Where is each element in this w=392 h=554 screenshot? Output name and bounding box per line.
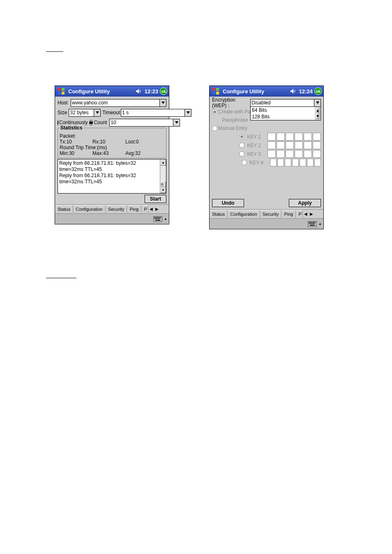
key-box[interactable] [313, 141, 321, 149]
timeout-dropdown-arrow[interactable] [185, 109, 191, 117]
security-panel: Encryption (WEP) : 64 Bits 128 Bits ▴ ▾ … [210, 97, 323, 209]
key-box[interactable] [277, 159, 284, 166]
passphrase-label: Passphrase : [222, 117, 252, 123]
create-passphrase-radio [212, 109, 217, 115]
key4-radio [242, 160, 247, 165]
scroll-down-icon[interactable]: ▼ [160, 187, 166, 193]
key-box[interactable] [304, 141, 312, 149]
tab-scroll-right-icon[interactable]: ▶ [154, 207, 160, 211]
key-box[interactable] [300, 159, 306, 166]
encryption-option-128[interactable]: 128 Bits [251, 113, 321, 120]
apply-button[interactable]: Apply [289, 199, 321, 207]
svg-rect-5 [154, 217, 155, 218]
key-box[interactable] [295, 133, 303, 141]
key-box[interactable] [307, 159, 314, 166]
key-box[interactable] [295, 141, 303, 149]
key1-inputs [267, 133, 321, 141]
keyboard-icon[interactable] [152, 215, 163, 223]
key-box[interactable] [285, 159, 291, 166]
key2-inputs [267, 141, 321, 149]
key-box[interactable] [313, 133, 321, 141]
count-dropdown-arrow[interactable] [173, 119, 180, 127]
clock-text[interactable]: 12:24 [299, 88, 313, 95]
windows-logo-icon[interactable] [57, 87, 66, 96]
tab-status[interactable]: Status [210, 210, 228, 218]
tab-scroll-right-icon[interactable]: ▶ [309, 212, 314, 216]
host-dropdown-arrow[interactable] [160, 99, 166, 107]
tab-truncated[interactable]: P [141, 205, 148, 213]
key-box[interactable] [270, 159, 277, 166]
key3-radio [239, 151, 244, 157]
volume-icon[interactable] [136, 88, 143, 94]
decorative-underline [46, 278, 76, 278]
svg-rect-9 [159, 217, 160, 218]
stats-lost: Lost:0 [125, 139, 139, 145]
key-box[interactable] [292, 159, 299, 166]
scroll-thumb[interactable]: ≡ [160, 181, 166, 187]
key-box[interactable] [267, 141, 276, 149]
key3-inputs [267, 150, 321, 158]
tab-scroll-left-icon[interactable]: ◀ [148, 207, 154, 211]
key-box[interactable] [277, 133, 285, 141]
count-input[interactable] [109, 119, 173, 127]
svg-rect-3 [62, 92, 65, 95]
key-box[interactable] [314, 159, 321, 166]
svg-rect-23 [310, 222, 311, 223]
start-button[interactable]: Start [145, 195, 166, 203]
clock-text[interactable]: 12:23 [145, 88, 158, 95]
count-radio[interactable] [89, 120, 93, 125]
continuously-radio[interactable] [58, 120, 58, 125]
encryption-dropdown-list[interactable]: 64 Bits 128 Bits ▴ ▾ [250, 106, 321, 120]
svg-rect-13 [157, 218, 158, 219]
scroll-up-icon[interactable]: ▲ [160, 159, 166, 166]
tab-truncated[interactable]: P [296, 210, 302, 218]
svg-rect-32 [314, 223, 315, 224]
title-text: Configure Utility [222, 88, 288, 95]
statistics-group: Statistics Packet: Tx:10 Rx:10 Lost:0 Ro… [58, 128, 166, 158]
encryption-select[interactable] [250, 99, 314, 107]
size-input[interactable] [69, 109, 94, 117]
key-box[interactable] [267, 150, 276, 158]
ok-button[interactable]: ok [314, 88, 322, 95]
key-box[interactable] [286, 141, 294, 149]
tab-ping[interactable]: Ping [127, 205, 141, 213]
tab-ping[interactable]: Ping [281, 210, 296, 218]
scroll-down-icon[interactable]: ▾ [316, 113, 319, 119]
key-box[interactable] [295, 150, 303, 158]
host-label: Host [58, 100, 71, 106]
key-box[interactable] [267, 133, 276, 141]
encryption-option-64[interactable]: 64 Bits [251, 107, 321, 113]
key-box[interactable] [286, 150, 294, 158]
sip-arrow-up-icon[interactable]: ▲ [318, 222, 322, 226]
security-screenshot: Configure Utility 12:24 ok Encryption (W… [209, 85, 324, 229]
scroll-up-icon[interactable]: ▴ [316, 107, 319, 113]
key-box[interactable] [304, 150, 312, 158]
timeout-input[interactable] [121, 109, 185, 117]
svg-rect-26 [314, 222, 314, 223]
tab-configuration[interactable]: Configuration [228, 210, 260, 218]
encryption-dropdown-arrow[interactable] [314, 99, 321, 107]
keyboard-icon[interactable] [307, 220, 318, 228]
volume-icon[interactable] [290, 88, 297, 94]
svg-rect-14 [158, 218, 159, 219]
title-text: Configure Utility [67, 88, 134, 95]
key-box[interactable] [277, 141, 285, 149]
tab-scroll-left-icon[interactable]: ◀ [303, 212, 309, 216]
windows-logo-icon[interactable] [211, 87, 220, 96]
tab-configuration[interactable]: Configuration [73, 205, 105, 213]
undo-button[interactable]: Undo [212, 199, 244, 207]
tab-security[interactable]: Security [106, 205, 127, 213]
tab-status[interactable]: Status [55, 205, 73, 213]
key-box[interactable] [277, 150, 285, 158]
key-box[interactable] [286, 133, 294, 141]
tab-security[interactable]: Security [260, 210, 282, 218]
host-input[interactable] [71, 99, 160, 107]
sip-arrow-up-icon[interactable]: ▲ [164, 217, 167, 221]
size-dropdown-arrow[interactable] [94, 109, 101, 117]
manual-entry-radio [212, 126, 217, 131]
key-box[interactable] [313, 150, 321, 158]
output-scrollbar[interactable]: ▲ ≡ ▼ [160, 159, 166, 193]
scroll-track[interactable] [160, 166, 166, 181]
key-box[interactable] [304, 133, 312, 141]
ok-button[interactable]: ok [160, 88, 167, 95]
